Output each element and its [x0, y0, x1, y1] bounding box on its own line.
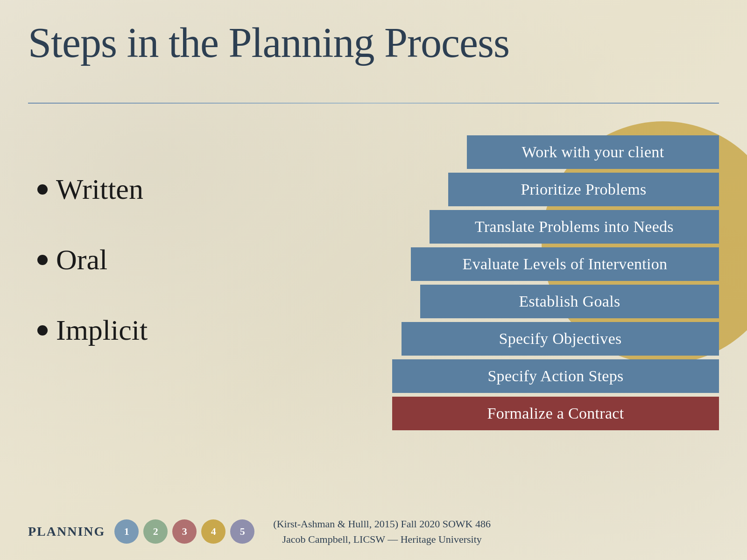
- footer: PLANNING 1 2 3 4 5 (Kirst-Ashman & Hulll…: [0, 516, 747, 547]
- bullet-dot-implicit: [37, 325, 48, 336]
- bullet-list: Written Oral Implicit: [37, 173, 148, 347]
- bullet-label-oral: Oral: [56, 243, 107, 276]
- page-dots: 1 2 3 4 5: [114, 519, 254, 544]
- footer-citation: (Kirst-Ashman & Hulll, 2015) Fall 2020 S…: [273, 516, 491, 547]
- slide: Steps in the Planning Process Written Or…: [0, 0, 747, 560]
- step-translate-problems: Translate Problems into Needs: [430, 210, 719, 244]
- divider: [28, 103, 719, 104]
- page-dot-5[interactable]: 5: [230, 519, 254, 544]
- step-formalize-contract: Formalize a Contract: [392, 397, 719, 430]
- step-work-with-client: Work with your client: [467, 135, 719, 169]
- page-dot-3[interactable]: 3: [172, 519, 197, 544]
- bullet-label-implicit: Implicit: [56, 314, 148, 347]
- bullet-dot-oral: [37, 255, 48, 265]
- slide-title: Steps in the Planning Process: [28, 19, 509, 67]
- step-prioritize-problems: Prioritize Problems: [448, 173, 719, 206]
- bullet-item-implicit: Implicit: [37, 314, 148, 347]
- steps-container: Work with your client Prioritize Problem…: [392, 135, 719, 430]
- bullet-item-written: Written: [37, 173, 148, 206]
- bullet-item-oral: Oral: [37, 243, 148, 276]
- page-dot-1[interactable]: 1: [114, 519, 139, 544]
- bullet-dot-written: [37, 184, 48, 195]
- page-dot-4[interactable]: 4: [201, 519, 226, 544]
- planning-label: PLANNING: [28, 524, 105, 539]
- step-evaluate-levels: Evaluate Levels of Intervention: [411, 247, 719, 281]
- bullet-label-written: Written: [56, 173, 143, 206]
- step-specify-objectives: Specify Objectives: [402, 322, 719, 356]
- step-specify-action-steps: Specify Action Steps: [392, 359, 719, 393]
- step-establish-goals: Establish Goals: [420, 285, 719, 318]
- page-dot-2[interactable]: 2: [143, 519, 168, 544]
